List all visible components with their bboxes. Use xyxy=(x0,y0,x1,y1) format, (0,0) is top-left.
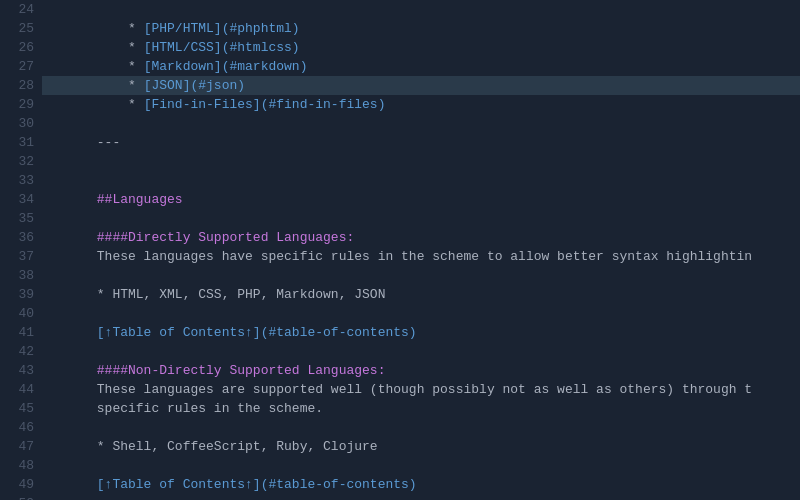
code-line-35: ####Directly Supported Languages: xyxy=(42,209,800,228)
code-content[interactable]: * [PHP/HTML](#phphtml) * [HTML/CSS](#htm… xyxy=(42,0,800,500)
line-numbers: 24 25 26 27 28 29 30 31 32 33 34 35 36 3… xyxy=(0,0,42,500)
code-line-38: * HTML, XML, CSS, PHP, Markdown, JSON xyxy=(42,266,800,285)
code-line-46: * Shell, CoffeeScript, Ruby, Clojure xyxy=(42,418,800,437)
code-line-42: ####Non-Directly Supported Languages: xyxy=(42,342,800,361)
code-line-40: [↑Table of Contents↑](#table-of-contents… xyxy=(42,304,800,323)
code-line-31 xyxy=(42,133,800,152)
code-line-48: [↑Table of Contents↑](#table-of-contents… xyxy=(42,456,800,475)
code-editor: 24 25 26 27 28 29 30 31 32 33 34 35 36 3… xyxy=(0,0,800,500)
code-line-50: ####Partially Supported Languages: xyxy=(42,494,800,500)
code-line-24: * [PHP/HTML](#phphtml) xyxy=(42,0,800,19)
code-line-30: --- xyxy=(42,114,800,133)
code-line-32 xyxy=(42,152,800,171)
code-line-33: ##Languages xyxy=(42,171,800,190)
